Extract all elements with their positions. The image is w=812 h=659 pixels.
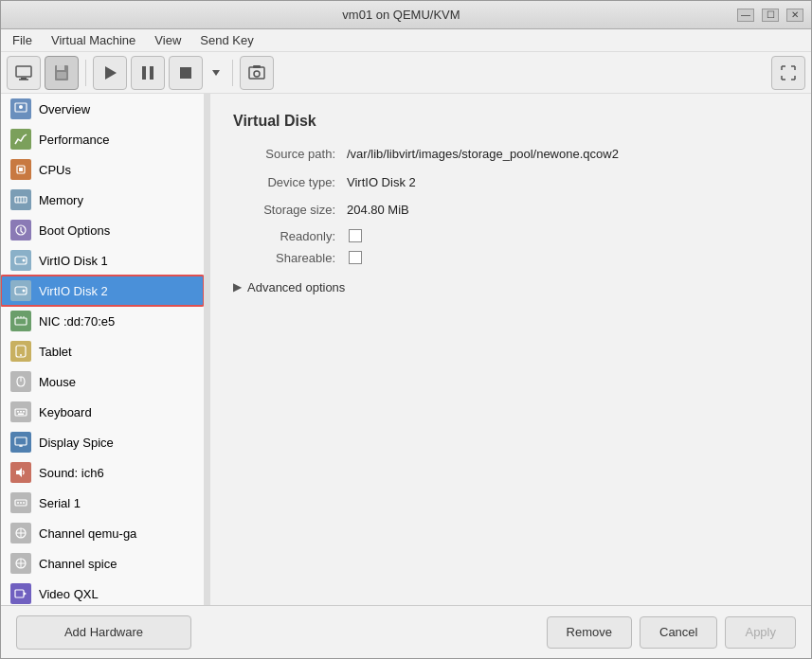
svg-rect-37 bbox=[23, 411, 25, 413]
sidebar-item-sound-ich6-label: Sound: ich6 bbox=[39, 466, 104, 480]
svg-point-24 bbox=[23, 259, 26, 262]
svg-point-44 bbox=[17, 502, 19, 504]
sidebar-item-sound-ich6[interactable]: Sound: ich6 bbox=[1, 457, 204, 488]
svg-marker-42 bbox=[16, 468, 22, 477]
sidebar-item-performance-label: Performance bbox=[39, 133, 109, 147]
pause-icon bbox=[138, 63, 157, 82]
play-button[interactable] bbox=[93, 56, 127, 90]
svg-rect-27 bbox=[15, 318, 27, 325]
sidebar-item-serial-1[interactable]: Serial 1 bbox=[1, 488, 204, 518]
sidebar-item-nic[interactable]: NIC :dd:70:e5 bbox=[1, 306, 204, 336]
storage-size-value: 204.80 MiB bbox=[347, 201, 409, 220]
sidebar-item-keyboard-label: Keyboard bbox=[39, 405, 92, 419]
maximize-button[interactable]: ☐ bbox=[762, 9, 779, 22]
sidebar-item-keyboard[interactable]: Keyboard bbox=[1, 397, 204, 427]
minimize-button[interactable]: — bbox=[737, 9, 754, 22]
svg-rect-38 bbox=[18, 414, 24, 416]
detail-area: Virtual Disk Source path: /var/lib/libvi… bbox=[210, 94, 811, 605]
window-title: vm01 on QEMU/KVM bbox=[65, 8, 737, 22]
menu-send-key[interactable]: Send Key bbox=[192, 31, 261, 49]
main-window: vm01 on QEMU/KVM — ☐ ✕ File Virtual Mach… bbox=[0, 0, 812, 659]
svg-rect-53 bbox=[15, 590, 24, 597]
screenshot-button[interactable] bbox=[240, 56, 274, 90]
sidebar-item-cpus[interactable]: CPUs bbox=[1, 154, 204, 185]
floppy-button[interactable] bbox=[45, 56, 79, 90]
shareable-checkbox[interactable] bbox=[349, 251, 362, 264]
shareable-row: Shareable: bbox=[233, 251, 788, 265]
sidebar-item-performance[interactable]: Performance bbox=[1, 124, 204, 154]
device-type-value: VirtIO Disk 2 bbox=[347, 173, 416, 192]
video-qxl-icon bbox=[10, 583, 31, 604]
pause-button[interactable] bbox=[131, 56, 165, 90]
svg-rect-5 bbox=[57, 72, 66, 79]
screenshot-icon bbox=[247, 63, 266, 82]
sidebar-item-channel-qemu-ga-label: Channel qemu-ga bbox=[39, 526, 136, 541]
titlebar: vm01 on QEMU/KVM — ☐ ✕ bbox=[1, 1, 811, 29]
apply-button[interactable]: Apply bbox=[725, 616, 796, 649]
serial-icon bbox=[10, 492, 31, 513]
sidebar-item-display-spice[interactable]: Display Spice bbox=[1, 427, 204, 457]
storage-size-row: Storage size: 204.80 MiB bbox=[233, 201, 788, 220]
sidebar-item-overview[interactable]: Overview bbox=[1, 94, 204, 124]
svg-point-46 bbox=[23, 502, 25, 504]
menu-view[interactable]: View bbox=[147, 31, 189, 49]
svg-rect-9 bbox=[180, 67, 191, 79]
svg-rect-7 bbox=[142, 66, 146, 80]
toolbar-separator-2 bbox=[232, 60, 233, 86]
fullscreen-button[interactable] bbox=[771, 56, 805, 90]
svg-rect-35 bbox=[17, 411, 19, 413]
nic-icon bbox=[10, 311, 31, 331]
sidebar-item-boot-options-label: Boot Options bbox=[39, 223, 110, 238]
stop-icon bbox=[176, 63, 195, 82]
sidebar-item-display-spice-label: Display Spice bbox=[39, 436, 114, 450]
add-hardware-button[interactable]: Add Hardware bbox=[16, 615, 191, 650]
sidebar-item-virtio-disk1-label: VirtIO Disk 1 bbox=[39, 254, 108, 268]
dropdown-button[interactable] bbox=[207, 56, 226, 90]
cancel-button[interactable]: Cancel bbox=[640, 616, 717, 649]
device-type-label: Device type: bbox=[233, 173, 347, 192]
sidebar-item-virtio-disk2-label: VirtIO Disk 2 bbox=[39, 284, 108, 298]
source-path-row: Source path: /var/lib/libvirt/images/sto… bbox=[233, 145, 788, 164]
sidebar-item-mouse[interactable]: Mouse bbox=[1, 366, 204, 397]
sidebar-item-serial1-label: Serial 1 bbox=[39, 496, 81, 510]
readonly-row: Readonly: bbox=[233, 229, 788, 243]
sidebar-item-channel-spice-label: Channel spice bbox=[39, 557, 117, 571]
display-spice-icon bbox=[10, 432, 31, 453]
keyboard-icon bbox=[10, 401, 31, 422]
menu-virtual-machine[interactable]: Virtual Machine bbox=[44, 31, 143, 49]
performance-icon bbox=[10, 129, 31, 150]
sidebar-item-tablet[interactable]: Tablet bbox=[1, 336, 204, 366]
sidebar-item-boot-options[interactable]: Boot Options bbox=[1, 215, 204, 245]
sidebar-item-tablet-label: Tablet bbox=[39, 345, 72, 359]
svg-rect-17 bbox=[19, 168, 23, 171]
monitor-icon bbox=[14, 63, 33, 82]
sidebar-item-memory[interactable]: Memory bbox=[1, 185, 204, 215]
sidebar-item-video-qxl[interactable]: Video QXL bbox=[1, 579, 204, 605]
sidebar-item-virtio-disk-2[interactable]: VirtIO Disk 2 bbox=[1, 276, 204, 306]
toolbar-separator-1 bbox=[85, 60, 86, 86]
window-controls: — ☐ ✕ bbox=[737, 9, 803, 22]
device-type-row: Device type: VirtIO Disk 2 bbox=[233, 173, 788, 192]
floppy-icon bbox=[52, 63, 71, 82]
sidebar-item-virtio-disk-1[interactable]: VirtIO Disk 1 bbox=[1, 245, 204, 276]
sidebar-item-channel-spice[interactable]: Channel spice bbox=[1, 548, 204, 579]
channel-qemu-ga-icon bbox=[10, 523, 31, 543]
toolbar bbox=[1, 52, 811, 94]
svg-rect-0 bbox=[16, 66, 31, 77]
bottom-bar: Add Hardware Remove Cancel Apply bbox=[1, 605, 811, 658]
readonly-checkbox[interactable] bbox=[349, 229, 362, 242]
advanced-section[interactable]: ▶ Advanced options bbox=[233, 280, 788, 294]
remove-button[interactable]: Remove bbox=[547, 616, 632, 649]
stop-button[interactable] bbox=[169, 56, 203, 90]
shareable-label: Shareable: bbox=[233, 251, 347, 265]
menu-file[interactable]: File bbox=[5, 31, 40, 49]
close-button[interactable]: ✕ bbox=[786, 9, 803, 22]
virtio-disk1-icon bbox=[10, 250, 31, 271]
main-content: Overview Performance CPUs bbox=[1, 94, 811, 605]
readonly-label: Readonly: bbox=[233, 229, 347, 243]
sidebar-item-channel-qemu-ga[interactable]: Channel qemu-ga bbox=[1, 518, 204, 548]
memory-icon bbox=[10, 189, 31, 210]
monitor-button[interactable] bbox=[7, 56, 41, 90]
advanced-arrow-icon: ▶ bbox=[233, 280, 242, 294]
menubar: File Virtual Machine View Send Key bbox=[1, 29, 811, 52]
